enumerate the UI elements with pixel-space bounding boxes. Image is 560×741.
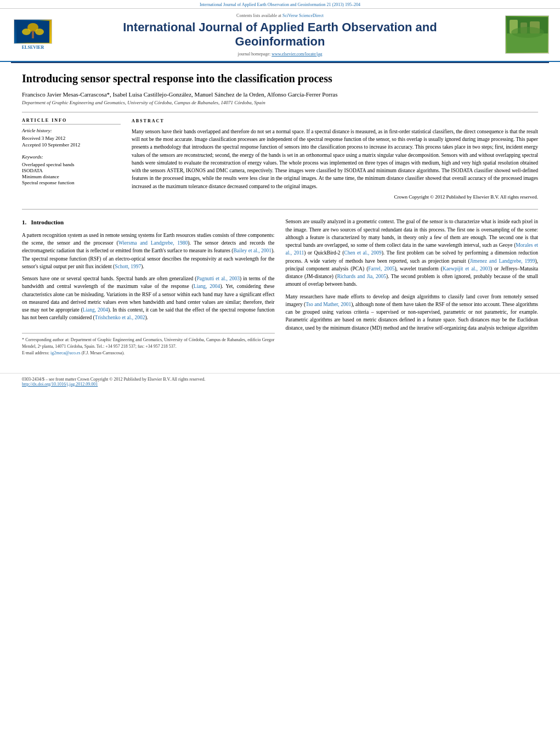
elsevier-label: ELSEVIER xyxy=(22,45,44,50)
doi-link[interactable]: http://dx.doi.org/10.1016/j.jag.2012.09.… xyxy=(22,382,98,387)
contents-line: Contents lists available at SciVerse Sci… xyxy=(55,13,505,18)
section-number: 1. xyxy=(22,219,26,225)
journal-image-thumbnail xyxy=(505,15,549,54)
ref-liang-2004b[interactable]: Liang, 2004 xyxy=(83,307,108,313)
keywords-label: Keywords: xyxy=(22,154,121,160)
svg-point-10 xyxy=(511,27,544,38)
main-right-column: Sensors are usually analyzed in a geomet… xyxy=(286,218,539,356)
main-left-column: 1. Introduction A pattern recognition sy… xyxy=(22,218,275,356)
ref-richards[interactable]: Richards and Jia, 2005 xyxy=(337,274,386,279)
svg-point-2 xyxy=(22,29,31,35)
main-content-divider xyxy=(22,209,538,210)
footnote-area: * Corresponding author at: Department of… xyxy=(22,333,275,357)
article-title: Introducing sensor spectral response int… xyxy=(22,71,538,86)
bottom-bar: 0303-2434/$ – see front matter Crown Cop… xyxy=(0,373,560,390)
main-content-columns: 1. Introduction A pattern recognition sy… xyxy=(22,218,538,356)
doi-line: http://dx.doi.org/10.1016/j.jag.2012.09.… xyxy=(22,382,538,387)
received-date: Received 3 May 2012 xyxy=(22,135,121,141)
journal-homepage: journal homepage: www.elsevier.com/locat… xyxy=(55,52,505,56)
section-title: Introduction xyxy=(31,219,64,225)
journal-title: International Journal of Applied Earth O… xyxy=(55,20,505,49)
ref-chen[interactable]: Chen et al., 2009 xyxy=(344,250,381,256)
journal-title-line2: Geoinformation xyxy=(235,35,325,48)
elsevier-logo-area: ELSEVIER xyxy=(11,19,55,50)
ref-schott[interactable]: Schott, 1997 xyxy=(115,264,141,269)
journal-header: ELSEVIER Contents lists available at Sci… xyxy=(0,9,560,62)
footnote-corresponding: * Corresponding author at: Department of… xyxy=(22,337,275,350)
footnote-email: E-mail address: ig2meca@uco.es (F.J. Mes… xyxy=(22,350,275,357)
journal-title-line1: International Journal of Applied Earth O… xyxy=(123,20,437,34)
ref-kaewpijit[interactable]: Kaewpijit et al., 2003 xyxy=(443,266,490,271)
ref-wiersma[interactable]: Wiersma and Landgrebe, 1980 xyxy=(118,240,188,246)
authors-text: Francisco Javier Mesas-Carrascosa*, Isab… xyxy=(22,91,337,98)
right-paragraph-2: Many researchers have made efforts to de… xyxy=(286,293,539,332)
article-info-heading: ARTICLE INFO xyxy=(22,118,121,125)
keyword-1: Overlapped spectral bands xyxy=(22,162,121,167)
article-body-divider xyxy=(22,112,538,112)
keyword-4: Spectral response function xyxy=(22,180,121,185)
article-authors: Francisco Javier Mesas-Carrascosa*, Isab… xyxy=(22,91,538,98)
sciencedirect-link[interactable]: SciVerse ScienceDirect xyxy=(282,13,324,18)
keyword-2: ISODATA xyxy=(22,168,121,173)
homepage-link[interactable]: www.elsevier.com/locate/jag xyxy=(271,52,322,56)
intro-paragraph-1: A pattern recognition system as used in … xyxy=(22,231,275,270)
email-author-name: (F.J. Mesas-Carrascosa). xyxy=(82,350,125,355)
ref-jimenez[interactable]: Jimenez and Landgrebe, 1999 xyxy=(470,258,535,264)
article-info-column: ARTICLE INFO Article history: Received 3… xyxy=(22,118,121,201)
ref-trishchenko[interactable]: Trishchenko et al., 2002 xyxy=(95,315,145,320)
homepage-label: journal homepage: xyxy=(237,52,270,56)
keyword-3: Minimum distance xyxy=(22,174,121,179)
contents-text: Contents lists available at xyxy=(236,13,281,18)
abstract-footer: Crown Copyright © 2012 Published by Else… xyxy=(132,194,538,201)
abstract-heading: ABSTRACT xyxy=(132,118,538,125)
ref-tso[interactable]: Tso and Mather, 2001 xyxy=(306,302,351,307)
intro-section-title: 1. Introduction xyxy=(22,218,275,227)
journal-reference: International Journal of Applied Earth O… xyxy=(200,2,360,7)
journal-top-bar: International Journal of Applied Earth O… xyxy=(0,0,560,9)
svg-point-3 xyxy=(35,29,44,35)
keywords-section: Keywords: Overlapped spectral bands ISOD… xyxy=(22,154,121,185)
intro-paragraph-2: Sensors have one or several spectral ban… xyxy=(22,275,275,322)
article-info-abstract-area: ARTICLE INFO Article history: Received 3… xyxy=(22,118,538,201)
article-container: Introducing sensor spectral response int… xyxy=(0,63,560,367)
email-link[interactable]: ig2meca@uco.es xyxy=(50,350,81,355)
article-history-label: Article history: xyxy=(22,128,121,133)
issn-line: 0303-2434/$ – see front matter Crown Cop… xyxy=(22,377,538,382)
abstract-column: ABSTRACT Many sensors have their bands o… xyxy=(132,118,538,201)
accepted-date: Accepted 10 September 2012 xyxy=(22,142,121,148)
ref-liang-2004[interactable]: Liang, 2004 xyxy=(194,284,220,289)
ref-pagnutti[interactable]: Pagnutti et al., 2003 xyxy=(197,276,240,281)
ref-bailey[interactable]: Bailey et al., 2001 xyxy=(233,248,271,253)
article-affiliation: Department of Graphic Engineering and Ge… xyxy=(22,100,538,105)
abstract-text: Many sensors have their bands overlapped… xyxy=(132,128,538,190)
svg-rect-4 xyxy=(32,31,34,38)
ref-morales[interactable]: Morales et al., 2011 xyxy=(286,242,539,256)
elsevier-logo-image xyxy=(14,19,52,44)
right-paragraph-1: Sensors are usually analyzed in a geomet… xyxy=(286,218,539,288)
journal-title-area: Contents lists available at SciVerse Sci… xyxy=(55,13,505,56)
ref-farrel[interactable]: Farrel, 2005 xyxy=(368,266,394,271)
